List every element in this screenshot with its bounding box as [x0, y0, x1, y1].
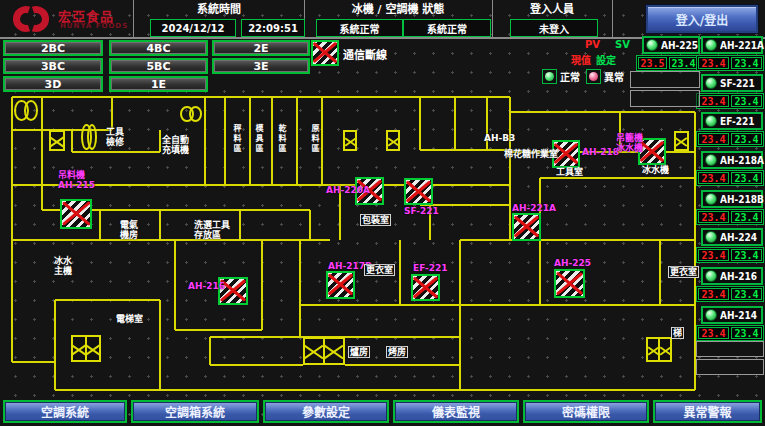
map-room-label: 梯: [671, 327, 684, 339]
footer-button-空調箱系統[interactable]: 空調箱系統: [131, 400, 259, 423]
unit-values-EF-221: 23.423.4: [696, 131, 764, 147]
sv-legend: SV: [615, 39, 630, 50]
map-room-label: EF-221: [413, 263, 448, 273]
comm-error-legend-icon: [311, 40, 339, 66]
comm-error-icon-SF-221[interactable]: [404, 178, 433, 205]
unit-header-AH-221A[interactable]: AH-221A: [701, 36, 763, 54]
unit-header-AH-225[interactable]: AH-225: [642, 36, 700, 54]
unit-status-led: [646, 39, 658, 51]
ahu-status-value: 系統正常: [403, 19, 491, 37]
abnormal-legend: 異常: [586, 69, 624, 84]
comm-error-icon-AH-225[interactable]: [554, 269, 585, 298]
empty-unit-slot: [696, 359, 764, 375]
map-room-label: 原料區: [309, 124, 318, 154]
hmi-screen: 宏亞食品 HUNYA FOODS 系統時間 2024/12/12 22:09:5…: [0, 0, 765, 426]
unit-name: AH-214: [720, 310, 757, 321]
footer-button-儀表監視[interactable]: 儀表監視: [393, 400, 519, 423]
unit-header-AH-218A[interactable]: AH-218A: [701, 151, 763, 169]
unit-pv-value: 23.4: [698, 57, 729, 69]
unit-values-AH-218B: 23.423.4: [696, 209, 764, 225]
pv-legend: PV: [585, 39, 600, 50]
unit-status-led: [705, 270, 717, 282]
comm-error-legend-label: 通信斷線: [343, 46, 387, 62]
map-room-label: 電氣 機房: [120, 220, 138, 240]
system-time-label: 系統時間: [136, 3, 302, 17]
map-room-label: 更衣室: [364, 264, 395, 276]
stair-elevator-icon: [646, 337, 672, 362]
comm-error-icon-AH-221A[interactable]: [512, 213, 541, 241]
unit-sv-value: 23.4: [731, 327, 762, 339]
unit-header-AH-216[interactable]: AH-216: [701, 267, 763, 285]
map-room-label: 工具室: [556, 167, 583, 177]
chiller-status-value: 系統正常: [316, 19, 403, 37]
unit-sv-value: 23.4: [731, 133, 762, 145]
login-user-label: 登入人員: [494, 3, 610, 17]
unit-pv-value: 23.4: [698, 288, 729, 300]
spiral-stair-icon: [180, 106, 202, 122]
unit-header-EF-221[interactable]: EF-221: [701, 112, 763, 130]
unit-values-AH-218A: 23.423.4: [696, 170, 764, 186]
unit-pv-value: 23.4: [698, 133, 729, 145]
unit-values-AH-221A: 23.423.4: [696, 55, 764, 71]
topbar-separator: [133, 0, 134, 37]
unit-name: AH-218B: [720, 194, 764, 205]
floor-button-5BC[interactable]: 5BC: [109, 58, 208, 74]
empty-unit-slot: [696, 341, 764, 357]
abnormal-led-icon: [586, 69, 601, 84]
map-room-label: 冰水 主機: [54, 256, 72, 276]
floor-button-2E[interactable]: 2E: [212, 40, 310, 56]
unit-status-led: [705, 39, 717, 51]
map-room-label: 電梯室: [116, 314, 143, 324]
map-room-label: AH-B3: [484, 133, 515, 143]
map-room-label: AH-221A: [512, 203, 556, 213]
unit-sv-value: 23.4: [731, 249, 762, 261]
floor-button-3BC[interactable]: 3BC: [3, 58, 103, 74]
stair-elevator-icon: [49, 130, 65, 151]
empty-unit-slot: [630, 90, 700, 107]
unit-status-led: [705, 115, 717, 127]
footer-button-空調系統[interactable]: 空調系統: [3, 400, 127, 423]
comm-error-icon-EF-221[interactable]: [411, 274, 440, 301]
unit-status-led: [705, 309, 717, 321]
map-room-label: 洗選工具 存放區: [194, 220, 230, 240]
unit-name: AH-216: [720, 271, 757, 282]
footer-button-參數設定[interactable]: 參數設定: [263, 400, 389, 423]
unit-status-led: [705, 193, 717, 205]
comm-error-icon-AH-215[interactable]: [60, 199, 92, 229]
comm-error-icon-AH-217B[interactable]: [326, 271, 355, 299]
topbar-separator: [492, 0, 493, 37]
unit-header-AH-218B[interactable]: AH-218B: [701, 190, 763, 208]
unit-pv-value: 23.4: [698, 211, 729, 223]
unit-sv-value: 23.4: [669, 57, 698, 69]
floor-button-3E[interactable]: 3E: [212, 58, 310, 74]
unit-name: AH-224: [720, 232, 757, 243]
map-room-label: 更衣室: [668, 266, 699, 278]
floor-button-2BC[interactable]: 2BC: [3, 40, 103, 56]
map-room-label: 爐房: [348, 346, 370, 358]
stair-elevator-icon: [343, 130, 357, 151]
login-logout-button[interactable]: 登入/登出: [646, 5, 758, 33]
map-room-label: SF-221: [404, 206, 439, 216]
unit-header-AH-214[interactable]: AH-214: [701, 306, 763, 324]
footer-button-密碼權限[interactable]: 密碼權限: [523, 400, 649, 423]
floor-button-1E[interactable]: 1E: [109, 76, 208, 92]
machine-status-label: 冰機 / 空調機 狀態: [306, 3, 490, 17]
pv-name-legend: 現值: [571, 52, 591, 67]
map-room-label: 烤房: [386, 346, 408, 358]
unit-pv-value: 23.4: [698, 327, 729, 339]
normal-led-icon: [542, 69, 557, 84]
floor-button-4BC[interactable]: 4BC: [109, 40, 208, 56]
footer-button-異常警報[interactable]: 異常警報: [653, 400, 762, 423]
floor-button-3D[interactable]: 3D: [3, 76, 103, 92]
unit-pv-value: 23.4: [698, 172, 729, 184]
unit-header-SF-221[interactable]: SF-221: [701, 74, 763, 92]
unit-status-led: [705, 231, 717, 243]
stair-elevator-icon: [303, 337, 345, 365]
unit-header-AH-224[interactable]: AH-224: [701, 228, 763, 246]
unit-values-AH-224: 23.423.4: [696, 247, 764, 263]
unit-sv-value: 23.4: [731, 211, 762, 223]
unit-values-SF-221: 23.423.4: [696, 93, 764, 109]
sv-name-legend: 設定: [596, 52, 616, 67]
map-room-label: 冰水機: [642, 165, 669, 175]
map-room-label: 乾料區: [276, 124, 285, 154]
